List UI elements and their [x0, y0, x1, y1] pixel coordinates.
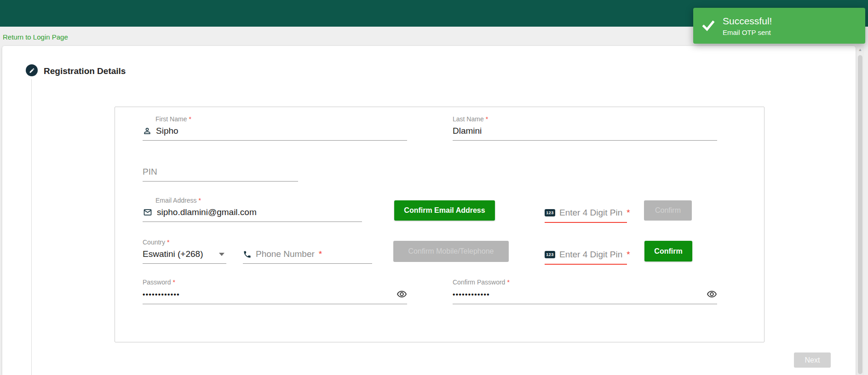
- envelope-icon: [143, 208, 153, 217]
- numeric-pin-icon: 123: [545, 209, 555, 216]
- password-label: Password*: [143, 278, 407, 286]
- first-name-input[interactable]: [156, 126, 407, 136]
- confirm-email-otp-button[interactable]: Confirm: [644, 200, 692, 221]
- toast-title: Successful!: [723, 15, 772, 27]
- email-label: Email Address*: [155, 197, 362, 204]
- country-field-group: Country* Eswatini (+268): [143, 239, 226, 264]
- check-icon: [701, 19, 715, 33]
- eye-icon[interactable]: [397, 289, 407, 300]
- success-toast: Successful! Email OTP sent: [693, 8, 865, 44]
- toast-message: Email OTP sent: [723, 28, 772, 36]
- mobile-otp-field-group: 123 Enter 4 Digit Pin*: [545, 250, 627, 265]
- page-title: Registration Details: [44, 66, 126, 76]
- confirm-mobile-otp-button[interactable]: Confirm: [644, 241, 692, 261]
- form-panel: [115, 107, 765, 342]
- edit-icon-badge: [26, 64, 38, 76]
- email-otp-field-group: 123 Enter 4 Digit Pin*: [545, 208, 627, 223]
- confirm-email-button[interactable]: Confirm Email Address: [394, 200, 495, 221]
- numeric-pin-icon: 123: [545, 251, 555, 258]
- phone-input[interactable]: Phone Number*: [243, 249, 372, 264]
- email-input[interactable]: [157, 207, 362, 217]
- return-to-login-link[interactable]: Return to Login Page: [3, 33, 68, 41]
- scrollbar-up-arrow[interactable]: ▲: [857, 46, 864, 53]
- pencil-icon: [29, 68, 35, 74]
- country-select[interactable]: Eswatini (+268): [143, 249, 226, 264]
- last-name-field-group: Last Name*: [453, 115, 717, 141]
- country-value: Eswatini (+268): [143, 249, 203, 259]
- email-otp-input[interactable]: 123 Enter 4 Digit Pin*: [545, 208, 627, 223]
- country-label: Country*: [143, 239, 226, 246]
- chevron-down-icon: [219, 253, 224, 256]
- pin-field-group: [143, 167, 298, 182]
- confirm-password-input[interactable]: [453, 290, 702, 298]
- scrollbar-thumb[interactable]: [858, 55, 862, 374]
- phone-icon: [243, 250, 252, 259]
- person-icon: [143, 126, 152, 136]
- phone-field-group: Phone Number*: [243, 249, 372, 264]
- confirm-password-label: Confirm Password*: [453, 278, 717, 286]
- registration-page: Successful! Email OTP sent Return to Log…: [0, 0, 868, 375]
- last-name-label: Last Name*: [453, 115, 717, 123]
- pin-input[interactable]: [143, 167, 298, 177]
- mobile-otp-input[interactable]: 123 Enter 4 Digit Pin*: [545, 250, 627, 265]
- email-field-group: Email Address*: [143, 197, 362, 222]
- password-field-group: Password*: [143, 278, 407, 304]
- stepper-line: [31, 79, 32, 375]
- first-name-label: First Name*: [155, 115, 407, 123]
- confirm-password-field-group: Confirm Password*: [453, 278, 717, 304]
- password-input[interactable]: [143, 290, 392, 298]
- confirm-mobile-button[interactable]: Confirm Mobile/Telephone: [393, 241, 509, 262]
- next-button[interactable]: Next: [794, 352, 831, 368]
- last-name-input[interactable]: [453, 126, 717, 136]
- eye-icon[interactable]: [707, 289, 717, 300]
- first-name-field-group: First Name*: [143, 115, 407, 141]
